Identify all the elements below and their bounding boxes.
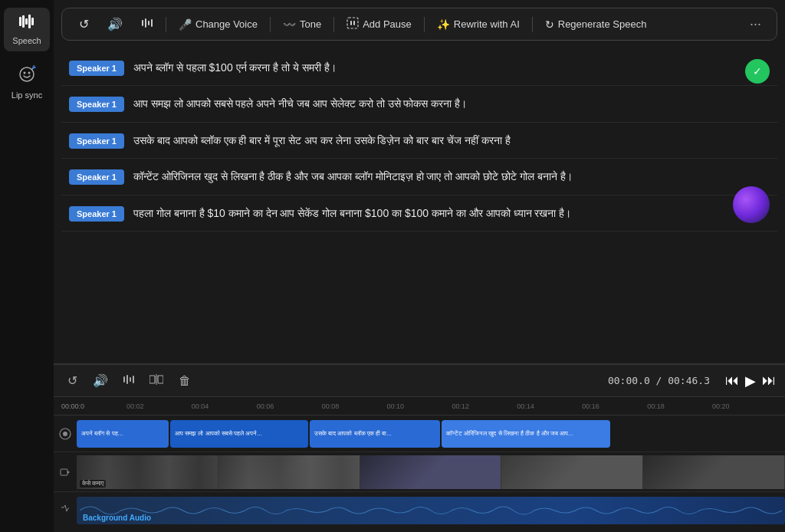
timeline-delete-button[interactable]: 🗑 — [174, 372, 195, 390]
time-separator: / — [656, 375, 668, 386]
svg-rect-25 — [61, 469, 67, 475]
ruler-mark-4: 00:08 — [322, 402, 387, 410]
audio-label: Background Audio — [83, 514, 151, 522]
svg-rect-20 — [149, 376, 155, 383]
ruler-mark-3: 00:06 — [257, 402, 322, 410]
svg-rect-12 — [151, 19, 153, 27]
sidebar-item-speech-label: Speech — [12, 36, 41, 45]
timeline-split-button[interactable] — [145, 372, 168, 390]
skip-forward-button[interactable]: ⏭ — [762, 373, 776, 389]
svg-rect-19 — [133, 376, 134, 383]
speech-block-5: Speaker 1 पहला गोल बनाना है $10 कमाने का… — [61, 195, 777, 232]
speaker-badge-3[interactable]: Speaker 1 — [69, 133, 124, 149]
video-thumbnails: केसे कमाए — [77, 455, 785, 489]
regenerate-button[interactable]: ↻ Regenerate Speech — [537, 15, 655, 34]
timeline-loop-button[interactable]: ↺ — [63, 371, 82, 390]
sidebar-item-lipsync[interactable]: AI Lip sync — [4, 59, 50, 106]
speech-text-2: आप समझ लो आपको सबसे पहले अपने नीचे जब आप… — [133, 95, 770, 112]
speaker-badge-4[interactable]: Speaker 1 — [69, 169, 124, 185]
speech-track-row: अपने ब्लॉग से पह... आप समझ लो आपको सबसे … — [54, 415, 785, 452]
equalizer-button[interactable] — [133, 13, 161, 35]
speaker-badge-2[interactable]: Speaker 1 — [69, 97, 124, 112]
green-circle: ✓ — [745, 59, 770, 84]
loop-button[interactable]: ↺ — [71, 13, 97, 35]
audio-waveform — [80, 500, 782, 521]
ruler-mark-10: 00:20 — [712, 402, 777, 410]
divider-1 — [166, 17, 166, 32]
timeline-volume-button[interactable]: 🔊 — [88, 371, 113, 390]
divider-5 — [532, 17, 533, 32]
more-button[interactable]: ··· — [744, 13, 767, 35]
svg-point-24 — [63, 432, 67, 436]
skip-back-button[interactable]: ⏮ — [725, 373, 739, 389]
change-voice-label: Change Voice — [195, 18, 258, 30]
svg-rect-16 — [123, 376, 125, 383]
ruler-mark-2: 00:04 — [192, 402, 257, 410]
timeline-ruler: 00:00:0 00:02 00:04 00:06 00:08 00:10 00… — [54, 397, 785, 415]
mic-icon: 🎤 — [179, 18, 192, 31]
ruler-mark-9: 00:18 — [647, 402, 712, 410]
speech-clip-2[interactable]: आप समझ लो आपको सबसे पहले अपने... — [170, 420, 308, 448]
play-button[interactable]: ▶ — [745, 373, 756, 389]
speech-clip-3[interactable]: उसके बाद आपको ब्लॉक एक ही बा... — [310, 420, 440, 448]
speech-track-content[interactable]: अपने ब्लॉग से पह... आप समझ लो आपको सबसे … — [77, 420, 785, 448]
tone-label: Tone — [300, 18, 321, 30]
rewrite-ai-button[interactable]: ✨ Rewrite with AI — [429, 15, 527, 34]
speaker-badge-5[interactable]: Speaker 1 — [69, 206, 124, 222]
svg-rect-15 — [353, 21, 355, 25]
svg-point-7 — [28, 72, 31, 74]
video-track-content[interactable]: केसे कमाए — [77, 455, 785, 489]
svg-rect-14 — [350, 21, 352, 25]
ruler-mark-6: 00:12 — [452, 402, 517, 410]
speech-clip-1[interactable]: अपने ब्लॉग से पह... — [77, 420, 169, 448]
ruler-track: 00:00:0 00:02 00:04 00:06 00:08 00:10 00… — [61, 402, 777, 410]
audio-clip-inner: Background Audio — [77, 497, 785, 524]
divider-4 — [424, 17, 425, 32]
svg-point-5 — [20, 67, 34, 81]
tone-icon: 〰️ — [283, 18, 296, 31]
timeline-eq-button[interactable] — [119, 372, 139, 390]
svg-rect-11 — [148, 21, 149, 25]
video-track-icon — [54, 467, 77, 478]
video-thumb-2 — [218, 455, 360, 489]
speech-block-1: Speaker 1 अपने ब्लॉग से पहला $100 एर्न क… — [61, 50, 777, 86]
svg-point-6 — [24, 72, 26, 74]
speech-clip-4[interactable]: कॉन्टेंट ओरिजिनल खुद से लिखना है ठीक है … — [442, 420, 610, 448]
volume-icon: 🔊 — [107, 17, 123, 31]
speech-block-4: Speaker 1 कॉन्टेंट ओरिजिनल खुद से लिखना … — [61, 159, 777, 195]
ruler-mark-8: 00:16 — [582, 402, 647, 410]
add-pause-label: Add Pause — [363, 18, 412, 30]
clip-text-2: आप समझ लो आपको सबसे पहले अपने... — [175, 430, 262, 438]
divider-2 — [270, 17, 271, 32]
toolbar: ↺ 🔊 🎤 Change Voice 〰️ Tone — [61, 8, 777, 41]
audio-clip[interactable]: Background Audio — [77, 497, 785, 524]
video-track-row: केसे कमाए — [54, 452, 785, 492]
speech-icon — [18, 14, 36, 33]
audio-track-row: Background Audio — [54, 492, 785, 526]
ruler-mark-7: 00:14 — [517, 402, 582, 410]
video-thumb-4 — [501, 455, 643, 489]
bottom-section: ↺ 🔊 🗑 00:00.0 / — [54, 363, 785, 532]
speech-text-1: अपने ब्लॉग से पहला $100 एर्न करना है तो … — [133, 59, 770, 76]
speech-track-icon — [54, 428, 77, 440]
svg-rect-21 — [158, 376, 163, 383]
clip-text-3: उसके बाद आपको ब्लॉक एक ही बा... — [314, 430, 392, 438]
change-voice-button[interactable]: 🎤 Change Voice — [171, 15, 265, 34]
svg-rect-9 — [142, 20, 143, 26]
sidebar-item-speech[interactable]: Speech — [4, 8, 50, 51]
add-pause-button[interactable]: Add Pause — [339, 13, 419, 35]
clip-text-4: कॉन्टेंट ओरिजिनल खुद से लिखना है ठीक है … — [446, 430, 573, 438]
total-time: 00:46.3 — [668, 375, 710, 386]
regenerate-icon: ↻ — [545, 18, 554, 31]
timeline-toolbar: ↺ 🔊 🗑 00:00.0 / — [54, 365, 785, 397]
svg-rect-3 — [28, 15, 31, 28]
tone-button[interactable]: 〰️ Tone — [275, 15, 329, 34]
svg-rect-18 — [130, 377, 131, 382]
lipsync-icon: AI — [18, 65, 36, 87]
volume-button[interactable]: 🔊 — [100, 13, 130, 35]
sidebar: Speech AI Lip sync — [0, 0, 54, 532]
speech-text-5: पहला गोल बनाना है $10 कमाने का देन आप से… — [133, 205, 724, 222]
speaker-badge-1[interactable]: Speaker 1 — [69, 61, 124, 76]
sidebar-item-lipsync-label: Lip sync — [11, 90, 42, 100]
svg-text:AI: AI — [32, 65, 36, 69]
